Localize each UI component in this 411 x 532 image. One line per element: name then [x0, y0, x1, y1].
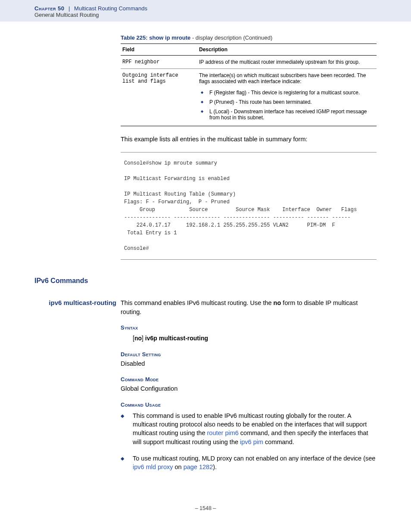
- bracket-close: ]: [142, 335, 145, 342]
- col-field: Field: [121, 44, 197, 56]
- chapter-title: Multicast Routing Commands: [74, 5, 147, 12]
- flag-item: F (Register flag) - This device is regis…: [199, 88, 375, 97]
- ipv6-mld-proxy-link[interactable]: ipv6 mld proxy: [133, 464, 173, 470]
- usage-item: This command is used to enable IPv6 mult…: [121, 411, 377, 454]
- usage-list: This command is used to enable IPv6 mult…: [121, 411, 377, 479]
- usage-item: To use multicast routing, MLD proxy can …: [121, 454, 377, 479]
- desc-text: The interface(s) on which multicast subs…: [199, 72, 366, 84]
- usage-text: ).: [213, 464, 217, 470]
- ipv6-commands-heading: IPv6 Commands: [34, 277, 411, 285]
- command-name: ipv6 multicast-routing: [34, 299, 121, 307]
- router-pim6-link[interactable]: router pim6: [207, 429, 238, 436]
- field-name: Outgoing interface list and flags: [121, 69, 197, 126]
- flag-item: L (Local) - Downstream interface has rec…: [199, 107, 375, 122]
- table-caption: Table 225: show ip mroute - display desc…: [121, 34, 377, 41]
- field-desc: The interface(s) on which multicast subs…: [197, 69, 377, 126]
- table-row: Outgoing interface list and flags The in…: [121, 69, 377, 126]
- main-content: Table 225: show ip mroute - display desc…: [121, 34, 377, 260]
- field-name: RPF neighbor: [121, 56, 197, 69]
- separator: |: [68, 5, 70, 12]
- default-value: Disabled: [121, 359, 377, 368]
- mode-label: Command Mode: [121, 376, 377, 383]
- syntax-no: no: [134, 335, 142, 342]
- usage-text: To use multicast routing, MLD proxy can …: [133, 455, 375, 462]
- page-header: Chapter 50 | Multicast Routing Commands …: [0, 0, 411, 22]
- summary-text: This example lists all entries in the mu…: [121, 135, 377, 143]
- col-description: Description: [197, 44, 377, 56]
- ipv6-pim-link[interactable]: ipv6 pim: [240, 439, 263, 445]
- field-desc: IP address of the multicast router immed…: [197, 56, 377, 69]
- page-number: – 1548 –: [0, 505, 411, 524]
- command-block: ipv6 multicast-routing This command enab…: [0, 299, 411, 479]
- mode-value: Global Configuration: [121, 384, 377, 393]
- caption-bold: Table 225: show ip mroute: [121, 34, 190, 41]
- flag-list: F (Register flag) - This device is regis…: [199, 88, 375, 122]
- syntax-label: Syntax: [121, 324, 377, 332]
- caption-rest: - display description (Continued): [190, 34, 272, 41]
- header-subtitle: General Multicast Routing: [34, 12, 411, 18]
- usage-label: Command Usage: [121, 401, 377, 409]
- page-1282-link[interactable]: page 1282: [184, 464, 213, 470]
- chapter-label: Chapter 50: [34, 5, 64, 12]
- syntax-cmd: iv6p multicast-routing: [145, 335, 208, 342]
- command-body: This command enables IPv6 multicast rout…: [121, 299, 411, 479]
- console-output: Console#show ip mroute summary IP Multic…: [121, 152, 377, 260]
- desc-pre: This command enables IPv6 multicast rout…: [121, 299, 274, 306]
- desc-bold: no: [274, 299, 281, 306]
- usage-text: on: [173, 464, 183, 470]
- table-row: RPF neighbor IP address of the multicast…: [121, 56, 377, 69]
- usage-text: command.: [263, 439, 294, 445]
- command-description: This command enables IPv6 multicast rout…: [121, 299, 377, 316]
- syntax-line: [no] iv6p multicast-routing: [133, 334, 377, 343]
- default-label: Default Setting: [121, 351, 377, 358]
- flag-item: P (Pruned) - This route has been termina…: [199, 97, 375, 107]
- header-line-1: Chapter 50 | Multicast Routing Commands: [34, 5, 411, 12]
- field-description-table: Field Description RPF neighbor IP addres…: [121, 44, 377, 126]
